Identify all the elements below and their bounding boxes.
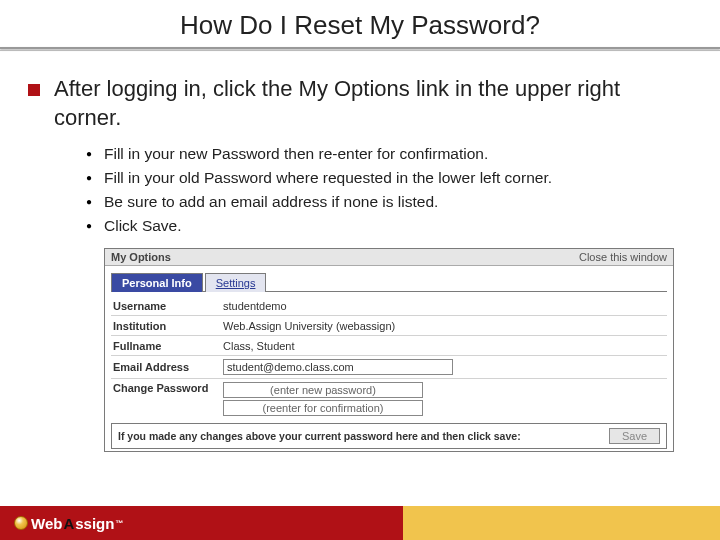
save-row: If you made any changes above your curre… (111, 423, 667, 449)
my-options-dialog: My Options Close this window Personal In… (104, 248, 674, 452)
row-institution: Institution Web.Assign University (webas… (111, 316, 667, 336)
confirm-password-field[interactable] (223, 400, 423, 416)
row-username: Username studentdemo (111, 296, 667, 316)
email-field[interactable] (223, 359, 453, 375)
list-item: Click Save. (86, 214, 692, 238)
square-bullet-icon (28, 84, 40, 96)
dialog-title: My Options (111, 251, 171, 263)
dialog-header: My Options Close this window (105, 249, 673, 266)
main-bullet-text: After logging in, click the My Options l… (54, 75, 692, 132)
footer-yellow (403, 506, 720, 540)
save-button[interactable]: Save (609, 428, 660, 444)
value-institution: Web.Assign University (webassign) (223, 320, 395, 332)
webassign-logo: WebAssign™ (14, 515, 123, 532)
value-username: studentdemo (223, 300, 287, 312)
list-item: Be sure to add an email address if none … (86, 190, 692, 214)
dialog-body: Personal Info Settings Username studentd… (105, 266, 673, 451)
label-email: Email Address (113, 361, 223, 373)
save-note: If you made any changes above your curre… (118, 430, 521, 442)
tab-settings[interactable]: Settings (205, 273, 267, 292)
tab-row: Personal Info Settings (111, 272, 667, 292)
globe-icon (14, 516, 28, 530)
logo-a: A (63, 515, 74, 532)
slide-title: How Do I Reset My Password? (0, 0, 720, 47)
tab-personal-info[interactable]: Personal Info (111, 273, 203, 292)
sub-bullet-list: Fill in your new Password then re-enter … (28, 142, 692, 238)
label-institution: Institution (113, 320, 223, 332)
label-username: Username (113, 300, 223, 312)
new-password-field[interactable] (223, 382, 423, 398)
row-fullname: Fullname Class, Student (111, 336, 667, 356)
footer-red: WebAssign™ (0, 506, 403, 540)
close-window-link[interactable]: Close this window (579, 251, 667, 263)
footer-stripe: WebAssign™ (0, 506, 720, 540)
row-email: Email Address (111, 356, 667, 379)
content-area: After logging in, click the My Options l… (0, 51, 720, 452)
list-item: Fill in your new Password then re-enter … (86, 142, 692, 166)
logo-ssign: ssign (75, 515, 114, 532)
row-change-password: Change Password (111, 379, 667, 419)
divider (0, 47, 720, 49)
logo-web: Web (31, 515, 62, 532)
label-fullname: Fullname (113, 340, 223, 352)
main-bullet: After logging in, click the My Options l… (28, 75, 692, 132)
list-item: Fill in your old Password where requeste… (86, 166, 692, 190)
password-stack (223, 382, 423, 416)
value-fullname: Class, Student (223, 340, 295, 352)
logo-tm: ™ (115, 519, 123, 528)
label-change-password: Change Password (113, 382, 223, 394)
